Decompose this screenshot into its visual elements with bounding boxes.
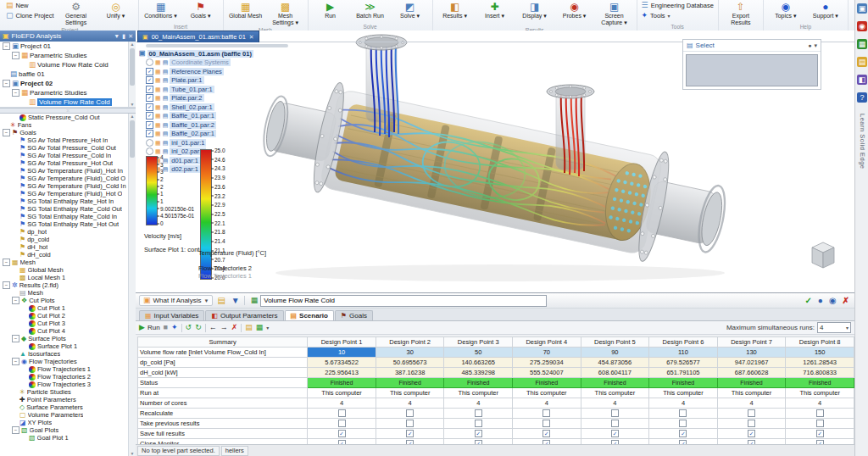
expand-icon[interactable]: −	[12, 297, 19, 304]
tree-item-sg-av-total-pressure-hot-in[interactable]: ⚑SG Av Total Pressure_Hot In	[0, 136, 136, 144]
column-header-design-point-1[interactable]: Design Point 1	[308, 337, 376, 348]
tree-item-local-mesh-1[interactable]: ▩Local Mesh 1	[0, 274, 136, 281]
tree-item-cut-plot-3[interactable]: Cut Plot 3	[0, 320, 136, 327]
refresh-icon[interactable]: ↺	[186, 324, 192, 331]
study-name-input[interactable]	[260, 295, 547, 307]
tab-scenario[interactable]: ▤Scenario	[285, 310, 334, 320]
close-panel-icon[interactable]: ✕	[128, 33, 133, 40]
tree-item-flow-trajectories-1[interactable]: Flow Trajectories 1	[0, 365, 136, 373]
cell-design-point-6[interactable]: 110	[649, 348, 718, 358]
move-left-icon[interactable]: ←	[209, 324, 217, 331]
learn-solid-edge-tab[interactable]: Learn Solid Edge	[859, 114, 866, 170]
cell-design-point-6[interactable]: ✓	[649, 429, 718, 439]
feature-item-reference-planes[interactable]: ✓▦▤Reference Planes	[139, 67, 275, 76]
dock-icon[interactable]: ▮	[122, 33, 125, 40]
expand-icon[interactable]: −	[3, 281, 10, 289]
solver-monitor-icon[interactable]: ✦	[171, 324, 178, 331]
cell-design-point-4[interactable]	[513, 419, 581, 429]
tree-item-mesh[interactable]: −▦Mesh	[0, 259, 136, 266]
new-button[interactable]: ▤New	[4, 1, 56, 10]
tree-item-flow-trajectories[interactable]: −◉Flow Trajectories	[0, 358, 136, 365]
unchecked-checkbox[interactable]	[816, 420, 824, 427]
unchecked-checkbox[interactable]	[146, 147, 153, 155]
checked-checkbox[interactable]: ✓	[146, 103, 153, 111]
select-list[interactable]	[686, 54, 818, 86]
move-right-icon[interactable]: →	[220, 324, 228, 331]
cell-design-point-3[interactable]	[444, 419, 513, 429]
tree-scrollbar[interactable]: ▲▼	[128, 42, 136, 107]
column-header-design-point-7[interactable]: Design Point 7	[717, 337, 786, 348]
cell-design-point-8[interactable]: 150	[786, 348, 854, 358]
expand-icon[interactable]: −	[3, 129, 10, 136]
results-button[interactable]: ◧Results ▾	[436, 1, 475, 26]
column-header-design-point-6[interactable]: Design Point 6	[649, 337, 718, 348]
tree-item-sg-av-total-pressure-cold-out[interactable]: ⚑SG Av Total Pressure_Cold Out	[0, 144, 136, 152]
column-header-design-point-8[interactable]: Design Point 8	[786, 337, 854, 348]
column-header-design-point-4[interactable]: Design Point 4	[513, 337, 581, 348]
tree-item-surface-plot-1[interactable]: Surface Plot 1	[0, 342, 136, 350]
delete-point-icon[interactable]: ✗	[231, 324, 238, 331]
pin-icon[interactable]: ▼	[114, 33, 120, 39]
unchecked-checkbox[interactable]	[146, 157, 153, 164]
feature-item-d02-par-1[interactable]: ▦▤d02.par:1	[139, 165, 275, 175]
tree-item-sg-total-enthalpy-rate-hot-in[interactable]: ⚑SG Total Enthalpy Rate_Hot In	[0, 197, 136, 205]
general-settings-button[interactable]: ⚙General Settings	[57, 1, 96, 26]
tree-item-sg-av-temperature-fluid-hot-o[interactable]: ⚑SG Av Temperature (Fluid)_Hot O	[0, 190, 136, 197]
expand-icon[interactable]: −	[12, 89, 19, 97]
tree-item-sg-total-enthalpy-rate-hot-out[interactable]: ⚑SG Total Enthalpy Rate_Hot Out	[0, 220, 136, 228]
unchecked-checkbox[interactable]	[475, 409, 482, 417]
goals-button[interactable]: ⚑Goals ▾	[181, 1, 220, 23]
selected-cell[interactable]: 10	[308, 348, 376, 358]
unchecked-checkbox[interactable]	[679, 409, 687, 417]
tree-item-particle-studies[interactable]: ✳Particle Studies	[0, 388, 136, 396]
chart-icon[interactable]: ▦	[256, 324, 264, 331]
unchecked-checkbox[interactable]	[816, 409, 824, 417]
unchecked-checkbox[interactable]	[406, 420, 414, 427]
tree-item-baffle-01[interactable]: ▤baffle 01	[0, 70, 136, 79]
expand-icon[interactable]: −	[12, 335, 19, 342]
tree-item-volume-parameters[interactable]: ▢Volume Parameters	[0, 411, 136, 419]
expand-icon[interactable]: −	[3, 259, 10, 266]
select-pin-icon[interactable]: ▾	[814, 42, 817, 49]
tab-goals[interactable]: ⚑Goals	[335, 310, 373, 320]
save-icon[interactable]: ▼	[230, 296, 242, 305]
unchecked-checkbox[interactable]	[475, 420, 482, 427]
tab-input-variables[interactable]: ▦Input Variables	[139, 310, 204, 320]
cell-design-point-7[interactable]	[717, 419, 786, 429]
unchecked-checkbox[interactable]	[542, 420, 550, 427]
column-header-design-point-2[interactable]: Design Point 2	[376, 337, 444, 348]
feature-item-plate-par-1[interactable]: ✓▦▤Plate.par:1	[139, 76, 275, 86]
run-button[interactable]: ▶Run	[139, 324, 160, 331]
view-cube[interactable]	[804, 236, 843, 275]
cell-design-point-3[interactable]: 50	[444, 348, 513, 358]
batch-run-button[interactable]: ≫Batch Run	[351, 1, 390, 23]
checked-checkbox[interactable]: ✓	[679, 430, 687, 437]
unchecked-checkbox[interactable]	[611, 409, 619, 417]
feature-item-tube-01-par-1[interactable]: ✓▦▤Tube_01.par:1	[139, 85, 275, 94]
tree-item-fans[interactable]: ✳Fans	[0, 121, 136, 129]
tree-item-surface-parameters[interactable]: ◇Surface Parameters	[0, 403, 136, 411]
info-icon[interactable]: ●	[816, 296, 825, 305]
sensors-rail-icon[interactable]: ◧	[857, 75, 867, 85]
probes-button[interactable]: ◉Probes ▾	[555, 1, 594, 26]
mesh-settings-button[interactable]: ▩Mesh Settings ▾	[266, 1, 305, 26]
checked-checkbox[interactable]: ✓	[611, 430, 619, 437]
cell-design-point-7[interactable]: ✓	[717, 429, 786, 439]
graphics-viewport[interactable]: ▣ 00_MainAssem_01.asm:baffle 01 ✕ ▣00_Ma…	[136, 31, 854, 293]
expand-icon[interactable]: −	[12, 52, 19, 59]
cell-design-point-5[interactable]	[581, 419, 649, 429]
expand-icon[interactable]: −	[3, 80, 10, 87]
cell-design-point-6[interactable]	[649, 409, 718, 419]
topics-button[interactable]: ◉Topics ▾	[766, 1, 805, 23]
tree-item-parametric-studies[interactable]: −▦Parametric Studies	[0, 51, 136, 60]
solve-button[interactable]: ◩Solve ▾	[391, 1, 430, 23]
cell-design-point-7[interactable]	[717, 409, 786, 419]
feature-tree-root[interactable]: ▣00_MainAssem_01.asm (baffle 01)	[139, 49, 275, 58]
feature-item-baffle-02-par-1[interactable]: ✓▦▤Baffle_02.par:1	[139, 130, 275, 139]
home-rail-icon[interactable]: ▣	[857, 3, 867, 14]
stop-icon[interactable]: ■	[164, 324, 168, 331]
screen-capture-button[interactable]: ▣Screen Capture ▾	[595, 1, 634, 26]
conditions-button[interactable]: ▦Conditions ▾	[142, 1, 181, 23]
cell-design-point-2[interactable]: ✓	[376, 429, 444, 439]
tree-item-goal-plots[interactable]: −▧Goal Plots	[0, 426, 136, 434]
